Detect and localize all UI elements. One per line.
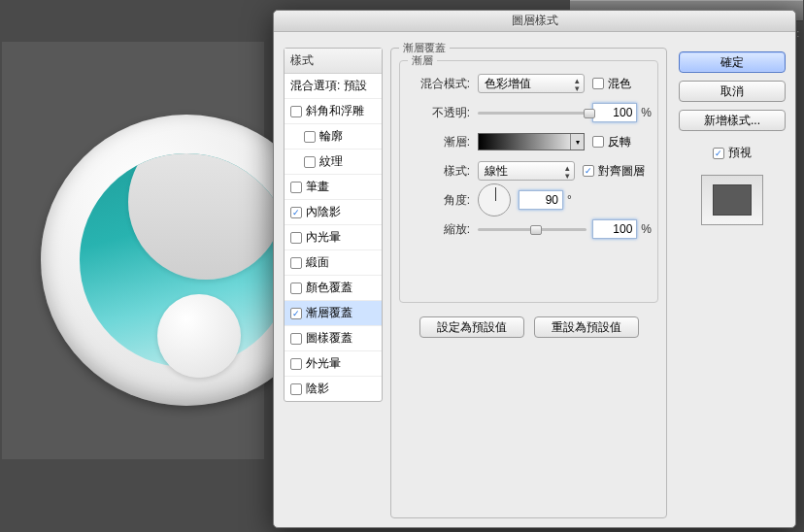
style-row-label: 顏色覆蓋 xyxy=(306,280,352,296)
layer-style-dialog: 圖層樣式 樣式 混合選項: 預設 斜角和浮雕輪廓紋理筆畫內陰影內光暈緞面顏色覆蓋… xyxy=(273,10,796,528)
style-row-label: 陰影 xyxy=(306,381,329,397)
style-row-checkbox[interactable] xyxy=(290,257,302,269)
gradient-dropdown-icon[interactable]: ▾ xyxy=(570,134,584,150)
style-row-label: 筆畫 xyxy=(306,179,329,195)
style-row-8[interactable]: 漸層覆蓋 xyxy=(285,301,382,326)
opacity-slider[interactable] xyxy=(478,105,586,120)
blend-mode-label: 混合模式: xyxy=(400,76,470,92)
gradient-group: 漸層 混合模式: 色彩增值 ▴▾ 混色 不透明: xyxy=(399,60,658,303)
scale-input[interactable]: 100 xyxy=(592,219,637,239)
reverse-label: 反轉 xyxy=(608,134,631,150)
opacity-label: 不透明: xyxy=(400,105,470,121)
set-default-button[interactable]: 設定為預設值 xyxy=(419,316,524,338)
preview-checkbox[interactable] xyxy=(713,148,724,159)
style-row-2[interactable]: 紋理 xyxy=(285,150,382,175)
scale-slider-knob[interactable] xyxy=(530,225,542,235)
style-list: 樣式 混合選項: 預設 斜角和浮雕輪廓紋理筆畫內陰影內光暈緞面顏色覆蓋漸層覆蓋圖… xyxy=(284,48,383,402)
effect-group: 漸層覆蓋 漸層 混合模式: 色彩增值 ▴▾ 混色 不透明: xyxy=(390,48,667,518)
align-label: 對齊圖層 xyxy=(598,163,645,180)
opacity-input[interactable]: 100 xyxy=(592,103,637,122)
style-row-9[interactable]: 圖樣覆蓋 xyxy=(285,326,382,351)
scale-label: 縮放: xyxy=(400,221,470,238)
preview-swatch-inner xyxy=(713,184,752,216)
angle-unit: ° xyxy=(567,193,572,207)
style-row-11[interactable]: 陰影 xyxy=(285,377,382,401)
style-row-label: 內陰影 xyxy=(306,204,341,220)
style-row-3[interactable]: 筆畫 xyxy=(285,175,382,200)
style-row-10[interactable]: 外光暈 xyxy=(285,351,382,377)
style-row-7[interactable]: 顏色覆蓋 xyxy=(285,276,382,301)
preview-label: 預視 xyxy=(728,145,752,161)
style-row-checkbox[interactable] xyxy=(290,358,302,370)
style-row-1[interactable]: 輪廓 xyxy=(285,124,382,150)
style-row-4[interactable]: 內陰影 xyxy=(285,200,382,225)
blend-mode-select[interactable]: 色彩增值 ▴▾ xyxy=(478,74,585,93)
cancel-button[interactable]: 取消 xyxy=(679,81,786,102)
style-select[interactable]: 線性 ▴▾ xyxy=(478,161,575,181)
style-row-checkbox[interactable] xyxy=(290,182,302,193)
style-row-checkbox[interactable] xyxy=(304,131,316,143)
style-row-label: 圖樣覆蓋 xyxy=(306,330,352,347)
scale-slider[interactable] xyxy=(478,221,586,237)
chevron-updown-icon: ▴▾ xyxy=(565,164,570,180)
style-row-checkbox[interactable] xyxy=(290,207,302,218)
align-checkbox[interactable] xyxy=(583,165,594,177)
dialog-right-column: 確定 取消 新增樣式... 預視 xyxy=(679,51,786,225)
gradient-swatch[interactable]: ▾ xyxy=(478,133,585,150)
opacity-unit: % xyxy=(641,106,652,119)
style-row-checkbox[interactable] xyxy=(290,283,302,294)
blending-options-label: 混合選項: 預設 xyxy=(290,78,367,94)
style-row-label: 漸層覆蓋 xyxy=(306,305,352,321)
angle-label: 角度: xyxy=(400,192,470,209)
style-row-6[interactable]: 緞面 xyxy=(285,250,382,276)
dialog-title: 圖層樣式 xyxy=(274,11,795,32)
dither-label: 混色 xyxy=(608,76,631,92)
angle-input[interactable]: 90 xyxy=(519,190,563,210)
style-row-label: 紋理 xyxy=(319,153,343,170)
style-row-checkbox[interactable] xyxy=(304,156,316,168)
style-value: 線性 xyxy=(485,163,508,180)
style-row-label: 斜角和浮雕 xyxy=(306,103,364,119)
style-row-label: 輪廓 xyxy=(319,128,343,145)
reset-default-button[interactable]: 重設為預設值 xyxy=(534,316,639,338)
style-row-checkbox[interactable] xyxy=(290,106,302,117)
style-label: 樣式: xyxy=(400,163,470,180)
layer-preview-dot xyxy=(157,294,241,378)
style-row-0[interactable]: 斜角和浮雕 xyxy=(285,99,382,124)
angle-dial-hand xyxy=(495,187,496,201)
dither-checkbox[interactable] xyxy=(592,78,604,89)
blend-mode-value: 色彩增值 xyxy=(485,76,531,92)
reverse-checkbox[interactable] xyxy=(592,136,604,148)
style-row-label: 緞面 xyxy=(306,254,329,271)
style-row-label: 外光暈 xyxy=(306,355,341,372)
style-row-label: 內光暈 xyxy=(306,229,341,246)
gradient-group-title: 漸層 xyxy=(408,53,437,68)
chevron-updown-icon: ▴▾ xyxy=(575,77,580,92)
style-row-checkbox[interactable] xyxy=(290,308,302,319)
style-list-header[interactable]: 樣式 xyxy=(285,49,382,74)
scale-unit: % xyxy=(641,222,652,236)
angle-dial[interactable] xyxy=(478,183,511,216)
style-row-checkbox[interactable] xyxy=(290,333,302,345)
gradient-label: 漸層: xyxy=(400,134,470,150)
document-canvas xyxy=(2,42,264,459)
style-row-checkbox[interactable] xyxy=(290,383,302,395)
style-row-checkbox[interactable] xyxy=(290,232,302,244)
style-row-5[interactable]: 內光暈 xyxy=(285,225,382,250)
preview-swatch xyxy=(701,175,763,225)
blending-options-row[interactable]: 混合選項: 預設 xyxy=(285,74,382,99)
opacity-slider-knob[interactable] xyxy=(584,109,595,118)
ok-button[interactable]: 確定 xyxy=(679,51,786,73)
new-style-button[interactable]: 新增樣式... xyxy=(679,110,786,131)
